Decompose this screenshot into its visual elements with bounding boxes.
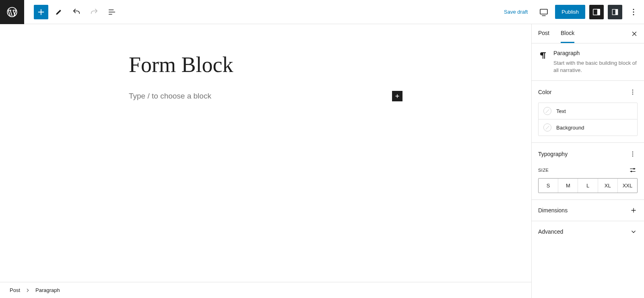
wordpress-logo[interactable] bbox=[0, 0, 24, 24]
typography-panel: Typography SIZE S M L XL XXL bbox=[532, 143, 644, 200]
undo-button[interactable] bbox=[69, 5, 84, 19]
editor-topbar: Save draft Publish bbox=[0, 0, 644, 24]
chevron-down-icon bbox=[630, 228, 638, 236]
editor-canvas: Form Block Type / to choose a block bbox=[0, 24, 531, 298]
color-heading: Color bbox=[538, 89, 551, 95]
block-info-description: Start with the basic building block of a… bbox=[553, 60, 638, 74]
inline-inserter-button[interactable] bbox=[392, 91, 402, 101]
font-size-buttons: S M L XL XXL bbox=[538, 178, 638, 193]
typography-heading: Typography bbox=[538, 151, 568, 157]
block-info-panel: Paragraph Start with the basic building … bbox=[532, 43, 644, 81]
background-color-label: Background bbox=[556, 125, 584, 131]
add-block-button[interactable] bbox=[34, 5, 48, 19]
color-panel: Color Text Background bbox=[532, 81, 644, 143]
tab-block[interactable]: Block bbox=[561, 24, 574, 43]
advanced-heading: Advanced bbox=[538, 228, 563, 235]
size-label: SIZE bbox=[538, 168, 549, 173]
text-color-label: Text bbox=[556, 108, 566, 114]
plus-icon bbox=[630, 206, 638, 214]
undo-icon bbox=[72, 8, 81, 16]
block-breadcrumb: Post Paragraph bbox=[0, 282, 531, 298]
size-l[interactable]: L bbox=[578, 179, 597, 193]
background-color-option[interactable]: Background bbox=[539, 119, 637, 136]
main-area: Form Block Type / to choose a block Post… bbox=[0, 24, 644, 298]
breadcrumb-separator-icon bbox=[25, 288, 31, 293]
topbar-right: Save draft Publish bbox=[499, 5, 644, 19]
desktop-icon bbox=[539, 7, 549, 17]
sliders-icon bbox=[629, 166, 637, 174]
svg-point-7 bbox=[633, 11, 634, 12]
topbar-left bbox=[0, 0, 119, 24]
empty-swatch-icon bbox=[543, 123, 551, 132]
typography-panel-options[interactable] bbox=[628, 149, 638, 159]
svg-point-15 bbox=[634, 168, 635, 170]
more-vertical-icon bbox=[629, 150, 637, 158]
block-info-title: Paragraph bbox=[553, 50, 638, 56]
more-vertical-icon bbox=[629, 88, 637, 96]
size-m[interactable]: M bbox=[558, 179, 578, 193]
svg-rect-3 bbox=[597, 9, 600, 15]
svg-point-14 bbox=[632, 156, 633, 156]
document-overview-button[interactable] bbox=[105, 5, 119, 19]
redo-icon bbox=[90, 8, 99, 16]
pencil-icon bbox=[55, 8, 63, 16]
close-icon bbox=[631, 30, 638, 37]
tab-post[interactable]: Post bbox=[538, 24, 549, 43]
breadcrumb-current[interactable]: Paragraph bbox=[35, 287, 60, 293]
preview-button[interactable] bbox=[537, 5, 551, 19]
settings-sidebar-toggle[interactable] bbox=[589, 5, 604, 19]
sidebar-tabs: Post Block bbox=[532, 24, 644, 43]
svg-rect-1 bbox=[540, 9, 547, 14]
color-panel-options[interactable] bbox=[628, 87, 638, 97]
plus-icon bbox=[37, 8, 45, 16]
svg-point-10 bbox=[632, 92, 633, 92]
jetpack-button[interactable] bbox=[608, 5, 622, 19]
svg-point-9 bbox=[632, 90, 633, 90]
dimensions-heading: Dimensions bbox=[538, 207, 568, 214]
paragraph-icon bbox=[538, 50, 548, 74]
svg-point-11 bbox=[632, 94, 633, 95]
toolbar-left-group bbox=[24, 5, 119, 19]
redo-button[interactable] bbox=[87, 5, 101, 19]
canvas-inner: Form Block Type / to choose a block bbox=[129, 52, 402, 101]
more-vertical-icon bbox=[629, 8, 638, 16]
svg-point-13 bbox=[632, 154, 633, 154]
svg-point-6 bbox=[633, 9, 634, 10]
size-label-row: SIZE bbox=[538, 165, 638, 175]
advanced-panel[interactable]: Advanced bbox=[532, 221, 644, 242]
size-s[interactable]: S bbox=[539, 179, 558, 193]
svg-point-16 bbox=[631, 171, 632, 173]
block-placeholder-text: Type / to choose a block bbox=[129, 92, 211, 101]
settings-sidebar: Post Block Paragraph Start with the basi… bbox=[531, 24, 644, 298]
svg-rect-5 bbox=[615, 9, 618, 14]
svg-point-8 bbox=[633, 14, 634, 15]
save-draft-button[interactable]: Save draft bbox=[499, 6, 533, 18]
custom-size-toggle[interactable] bbox=[628, 165, 638, 175]
size-xxl[interactable]: XXL bbox=[617, 179, 637, 193]
typography-panel-header: Typography bbox=[538, 149, 638, 159]
size-xl[interactable]: XL bbox=[598, 179, 617, 193]
svg-point-12 bbox=[632, 152, 633, 152]
color-options-list: Text Background bbox=[538, 103, 638, 136]
color-panel-header: Color bbox=[538, 87, 638, 97]
empty-swatch-icon bbox=[543, 107, 551, 115]
publish-button[interactable]: Publish bbox=[555, 5, 585, 19]
text-color-option[interactable]: Text bbox=[539, 103, 637, 119]
wordpress-icon bbox=[6, 6, 18, 18]
dimensions-panel[interactable]: Dimensions bbox=[532, 200, 644, 221]
sidebar-icon bbox=[592, 8, 601, 16]
breadcrumb-root[interactable]: Post bbox=[10, 287, 20, 293]
plus-icon bbox=[394, 92, 401, 100]
edit-mode-button[interactable] bbox=[52, 5, 66, 19]
paragraph-block[interactable]: Type / to choose a block bbox=[129, 91, 402, 101]
block-info-text: Paragraph Start with the basic building … bbox=[553, 50, 638, 74]
options-button[interactable] bbox=[626, 5, 641, 19]
close-sidebar-button[interactable] bbox=[629, 28, 640, 39]
list-view-icon bbox=[107, 8, 116, 16]
panel-icon bbox=[611, 8, 619, 16]
post-title-input[interactable]: Form Block bbox=[129, 52, 402, 77]
